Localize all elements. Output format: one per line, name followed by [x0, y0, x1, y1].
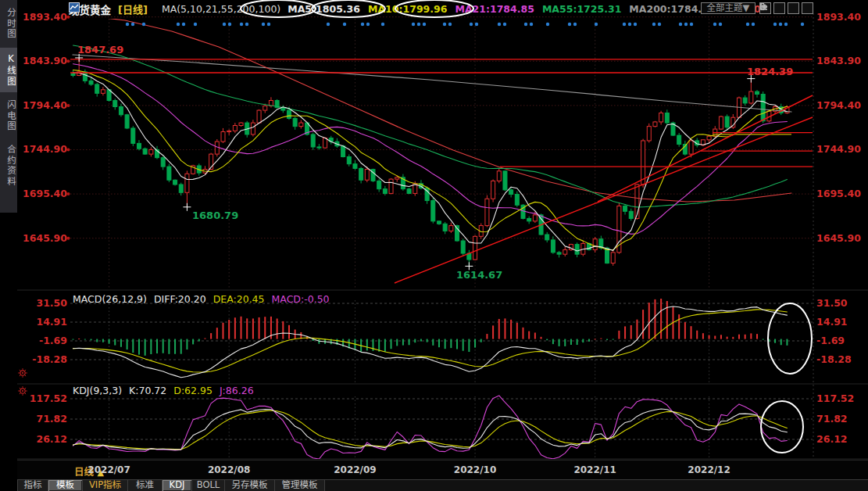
- candle-body: [749, 91, 753, 103]
- date-label: 2022/09: [331, 464, 378, 475]
- event-dot: [634, 23, 637, 26]
- candle-body: [443, 224, 447, 231]
- price-axis-label: 1893.40: [816, 11, 866, 23]
- kdj-plot: [73, 396, 788, 459]
- macd-hist-bar: [660, 298, 662, 339]
- price-axis-label: 1744.90: [816, 143, 866, 155]
- macd-hist-bar: [709, 335, 710, 339]
- macd-hist-bar: [409, 339, 410, 346]
- macd-hist-bar: [204, 338, 205, 339]
- toolbar-tab-6[interactable]: BOLL: [192, 480, 225, 491]
- candle-body: [347, 157, 351, 164]
- ma-values: MA5:1805.36MA10:1799.96MA21:1784.85MA55:…: [288, 3, 760, 15]
- chart-header: 现货黄金 [日线] MA(5,10,21,55,200,100) MA5:180…: [69, 2, 761, 16]
- macd-hist-bar: [786, 339, 788, 346]
- macd-hist-bar: [654, 299, 655, 339]
- pane-next-icon[interactable]: [788, 2, 799, 14]
- event-dot: [223, 23, 226, 26]
- macd-hist-bar: [738, 335, 740, 339]
- diagonal-trendline[interactable]: [395, 117, 813, 283]
- toolbar-tab-5[interactable]: KDJ: [163, 480, 192, 491]
- candle-body: [317, 147, 321, 148]
- macd-hist-bar: [241, 317, 242, 339]
- pane-expand-icon[interactable]: [802, 2, 813, 14]
- price-axis-label: 1645.90: [816, 232, 866, 244]
- candle-body: [323, 138, 327, 149]
- toolbar-tab-3[interactable]: VIP指标: [83, 480, 128, 491]
- candle-body: [485, 199, 489, 225]
- macd-hist-bar: [150, 339, 152, 354]
- price-marker-label: 1614.67: [456, 269, 502, 281]
- event-dot: [530, 23, 533, 26]
- macd-axis-label: 31.50: [816, 297, 866, 309]
- candle-body: [647, 127, 651, 141]
- toolbar-tab-4[interactable]: 标准: [128, 480, 163, 491]
- macd-hist-bar: [463, 339, 464, 351]
- macd-hist-bar: [516, 323, 518, 339]
- macd-hist-bar: [732, 337, 734, 339]
- indicator-sun-icon[interactable]: [18, 368, 27, 378]
- ma-value-label: MA5:1805.36: [288, 3, 360, 15]
- macd-diff-value: DIFF:20.20: [154, 293, 206, 305]
- macd-hist-bar: [456, 339, 458, 349]
- macd-hist-bar: [702, 333, 704, 339]
- macd-header: MACD(26,12,9) DIFF:20.20 DEA:20.45 MACD:…: [73, 293, 330, 305]
- sidebar-item-tab[interactable]: 闪电图: [0, 95, 17, 138]
- event-dot: [131, 23, 134, 26]
- candle-body: [341, 146, 345, 157]
- macd-hist-bar: [468, 339, 470, 352]
- sidebar-item-selected[interactable]: K线图: [0, 48, 17, 92]
- macd-hist-bar: [642, 310, 644, 339]
- candles-group[interactable]: [71, 58, 789, 266]
- event-dot: [773, 23, 777, 26]
- toolbar-tab-2[interactable]: 模板: [48, 480, 83, 491]
- event-dot: [443, 23, 446, 26]
- macd-hist-bar: [288, 325, 290, 339]
- sidebar-item-tab[interactable]: 分时图: [0, 2, 17, 45]
- candle-body: [743, 98, 747, 103]
- toolbar-tab-7[interactable]: 另存模板: [225, 480, 275, 491]
- macd-hist-bar: [763, 339, 764, 340]
- macd-axis-label: -18.28: [816, 353, 866, 365]
- candle-body: [761, 94, 765, 120]
- candle-body: [491, 181, 495, 199]
- toolbar-tab-1[interactable]: 指标: [17, 480, 48, 491]
- macd-hist-bar: [570, 339, 572, 345]
- macd-hist-bar: [720, 335, 722, 339]
- event-dot: [194, 23, 197, 26]
- pane-axis-icon[interactable]: [773, 2, 785, 14]
- macd-hist-bar: [84, 339, 86, 340]
- candle-body: [449, 226, 453, 231]
- candle-body: [629, 211, 633, 218]
- sidebar-item-tab[interactable]: 合约资料: [0, 139, 17, 192]
- date-label: 2022/12: [686, 464, 733, 475]
- event-dot: [448, 23, 452, 26]
- macd-hist-bar: [450, 339, 452, 349]
- diagonal-trendline[interactable]: [598, 95, 813, 202]
- window-controls: [759, 2, 813, 14]
- theme-dropdown[interactable]: 全部主题▼: [701, 2, 755, 14]
- event-dot: [779, 23, 782, 26]
- macd-hist-bar: [282, 321, 284, 339]
- toolbar-tab-8[interactable]: 管理模板: [275, 480, 325, 491]
- candle-body: [461, 241, 465, 253]
- event-dot: [684, 23, 688, 26]
- macd-hist-bar: [174, 339, 176, 354]
- candle-body: [755, 91, 759, 94]
- macd-hist-bar: [691, 326, 692, 339]
- candle-body: [179, 185, 183, 192]
- drawn-lines[interactable]: [70, 59, 813, 283]
- candle-body: [239, 123, 243, 125]
- candle-body: [299, 123, 303, 127]
- macd-hist-bar: [120, 339, 122, 347]
- macd-hist-bar: [73, 339, 74, 340]
- macd-hist-bar: [168, 339, 170, 354]
- macd-hist-bar: [427, 339, 428, 342]
- macd-hist-bar: [600, 339, 602, 339]
- candle-body: [509, 190, 513, 195]
- event-dot: [595, 23, 598, 26]
- macd-hist-bar: [109, 339, 110, 344]
- macd-hist-bar: [618, 331, 620, 339]
- candle-body: [641, 141, 645, 185]
- macd-hist-bar: [192, 339, 194, 345]
